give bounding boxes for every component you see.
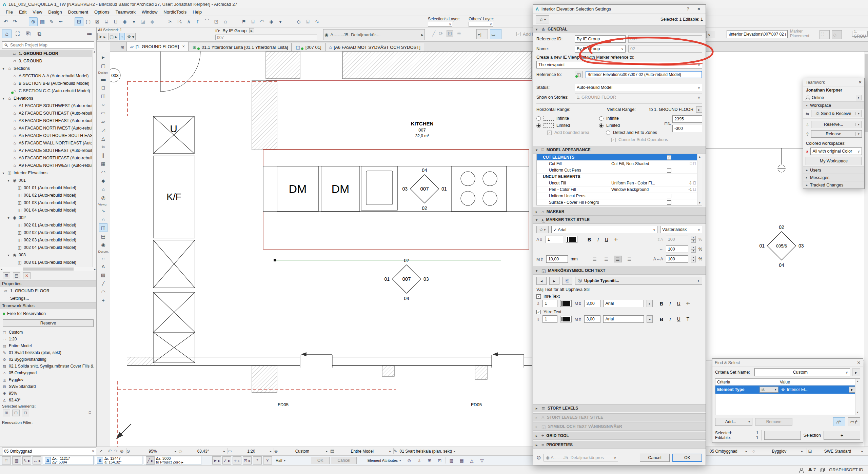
tree-item[interactable]: ▾ ◫ Interior Elevations: [0, 169, 96, 177]
spacing-spinner[interactable]: ▲▼: [691, 236, 696, 243]
attr-grid-icon[interactable]: ▦: [457, 456, 466, 465]
selection-layer-combo[interactable]: ∨: [428, 22, 452, 27]
menu-item[interactable]: View: [29, 9, 45, 15]
align-right-icon[interactable]: ☰: [614, 256, 622, 262]
toolbox-tool-icon[interactable]: ◆: [99, 176, 107, 185]
outer-color-swatch[interactable]: [560, 316, 572, 322]
menu-item[interactable]: Teamwork: [113, 9, 139, 15]
list-view-icon[interactable]: ▤: [13, 272, 20, 279]
toolbar-icon[interactable]: ↷: [11, 17, 19, 26]
apply-style-button[interactable]: ⎘: [562, 277, 572, 285]
others-layer-combo[interactable]: ∨: [469, 22, 493, 27]
attr-down-icon[interactable]: ▽: [478, 456, 487, 465]
quick-option-row[interactable]: ∠ 63,43°: [0, 397, 96, 403]
toolbar-icon[interactable]: ▾: [130, 17, 138, 26]
marker-placement-b-button[interactable]: ◇: [832, 30, 842, 39]
teamwork-status-header[interactable]: Teamwork Status: [0, 302, 96, 309]
inner-italic-button[interactable]: I: [669, 301, 671, 307]
pen-color-swatch[interactable]: [566, 236, 577, 243]
renovation-value[interactable]: 05 Ombyggnad▸: [701, 449, 750, 454]
toolbox-tool-icon[interactable]: ▱: [99, 117, 107, 125]
toolbox-tool-icon[interactable]: ◠: [99, 168, 107, 176]
more-icon[interactable]: ⌸: [86, 410, 94, 416]
lock-icon[interactable]: ⊞: [3, 410, 10, 416]
toolbar-icon[interactable]: ◠: [258, 17, 267, 26]
navigator-map-icon[interactable]: ⌂: [2, 29, 12, 38]
prev-button[interactable]: ◂: [536, 277, 547, 285]
toolbox-tool-icon[interactable]: ╱: [99, 279, 107, 288]
cancel-button[interactable]: Cancel: [640, 454, 670, 462]
reserve-button[interactable]: Reserve...▾: [811, 121, 862, 128]
toolbox-tool-icon[interactable]: ⌂: [99, 215, 107, 223]
snap-check-icon[interactable]: ✓ ▸: [222, 456, 231, 465]
tracker-ok-button[interactable]: OK: [311, 457, 330, 464]
workspace-section[interactable]: ▾Workspace: [803, 101, 864, 109]
toolbar-icon[interactable]: ◪: [139, 17, 147, 26]
toolbar-icon[interactable]: ∿: [313, 17, 321, 26]
toolbox-tool-icon[interactable]: ◠: [99, 288, 107, 296]
id-mode[interactable]: By IE Group: [222, 28, 246, 33]
add-bounded-checkbox[interactable]: [516, 32, 521, 36]
properties-header[interactable]: Properties: [0, 280, 96, 287]
row-icons[interactable]: ⎕: [693, 187, 696, 192]
attr-pen-icon[interactable]: ⇩: [415, 456, 424, 465]
reference-to-field[interactable]: \Interior Elevations\007\007 02 (Auto-re…: [586, 71, 702, 78]
quick-option-row[interactable]: ⊕ 95%: [0, 390, 96, 397]
operator-button[interactable]: is▸: [760, 387, 778, 393]
pane-split-icon[interactable]: —: [111, 44, 118, 51]
toolbar-icon[interactable]: ▧: [38, 17, 47, 26]
toolbox-tool-icon[interactable]: ◎: [99, 193, 107, 202]
cursor-snap-icon[interactable]: ➤ ▸: [212, 456, 221, 465]
model-appearance-row[interactable]: Cut Fill Cut Fill, Non-Shaded ⌺ ⎕: [537, 161, 702, 167]
toolbox-tool-icon[interactable]: ▭: [99, 108, 107, 117]
attr-frame-icon[interactable]: ⊡: [435, 456, 444, 465]
align-left-icon[interactable]: ☰: [591, 256, 599, 262]
menu-item[interactable]: NordicTools: [160, 9, 190, 15]
tree-item[interactable]: ◫ 003 01 (Auto-rebuild Model): [0, 259, 96, 266]
tab-007-01[interactable]: ◫ [007 01]: [292, 43, 325, 51]
menu-item[interactable]: Window: [139, 9, 160, 15]
quick-option-row[interactable]: ▨ 02.1 Solida snitt. Synliga mönster Cov…: [0, 363, 96, 370]
close-icon[interactable]: ✕: [857, 360, 861, 365]
tree-expander-icon[interactable]: ▾: [6, 216, 11, 220]
h-infinite-radio[interactable]: [536, 116, 541, 121]
zoom-level[interactable]: 95%▸: [130, 447, 179, 455]
inner-underline-button[interactable]: U: [677, 301, 680, 306]
section-marker-symbol-text[interactable]: ▾◱ MARKÖRSYMBOL OCH TEXT: [533, 266, 706, 275]
model-appearance-row[interactable]: Uniform Cut Pens: [537, 167, 702, 174]
model-appearance-row[interactable]: Uniform Uncut Pens: [537, 193, 702, 199]
pet-stretch-icon[interactable]: ↔ ▸: [33, 456, 41, 465]
select-plus-button[interactable]: +: [824, 431, 860, 440]
marquee-tool-button[interactable]: ▢ ▸: [108, 33, 118, 40]
inner-strike-button[interactable]: T: [687, 301, 690, 306]
arrow-tool-button[interactable]: ➤ ▸: [97, 33, 107, 40]
favorites-button[interactable]: ☆▸: [536, 15, 549, 23]
tree-item[interactable]: ⌂ A5 FACADE OUTHOUSE SOUTH EAST (A: [0, 132, 96, 139]
colored-workspaces-combo[interactable]: All with original Color∨: [810, 147, 862, 155]
text-size-field[interactable]: 10,00: [546, 255, 568, 263]
help-icon[interactable]: ?: [684, 7, 692, 12]
toolbox-tool-icon[interactable]: ◻: [99, 83, 107, 92]
quick-option-row[interactable]: ▤ Entire Model: [0, 342, 96, 349]
dialog-titlebar[interactable]: Λ Interior Elevation Selection Settings …: [533, 5, 706, 14]
delta-icon[interactable]: Δ: [97, 457, 103, 464]
section-general[interactable]: ▾⋔ GENERAL: [533, 25, 706, 33]
menu-item[interactable]: Edit: [16, 9, 29, 15]
rotate-icon[interactable]: ⟳: [439, 31, 443, 37]
align-justify-icon[interactable]: ☰: [625, 256, 633, 262]
tree-item[interactable]: ⌂ A8 FACADE NORTHEAST (Auto-rebuild M: [0, 154, 96, 162]
criteria-set-combo[interactable]: Custom∨: [754, 368, 850, 376]
navigator-map-icon[interactable]: ⧉: [35, 29, 44, 38]
pet-move-icon[interactable]: ↖ ▸: [22, 456, 31, 465]
model-appearance-row[interactable]: CUT ELEMENTS: [537, 154, 702, 161]
toolbox-tool-icon[interactable]: ▦: [99, 159, 107, 168]
tab-a6-fasad[interactable]: ⌂ [A6 FASAD MOT SYDVÄST OCH SYDOST]: [326, 43, 424, 51]
deselect-button[interactable]: —: [764, 431, 801, 440]
toolbox-tool-icon[interactable]: ∿: [99, 206, 107, 215]
snap-half-value[interactable]: Half▸: [273, 456, 288, 465]
toolbox-tool-icon[interactable]: ◫: [99, 92, 107, 100]
tree-item[interactable]: ◫ 002 02 (Auto-rebuild Model): [0, 229, 96, 236]
release-button[interactable]: Release▾: [811, 130, 862, 138]
marker-ref-field[interactable]: \Interior Elevations\007\007 02 (A: [727, 30, 788, 38]
layer-combination-value[interactable]: Custom▸: [278, 447, 330, 455]
